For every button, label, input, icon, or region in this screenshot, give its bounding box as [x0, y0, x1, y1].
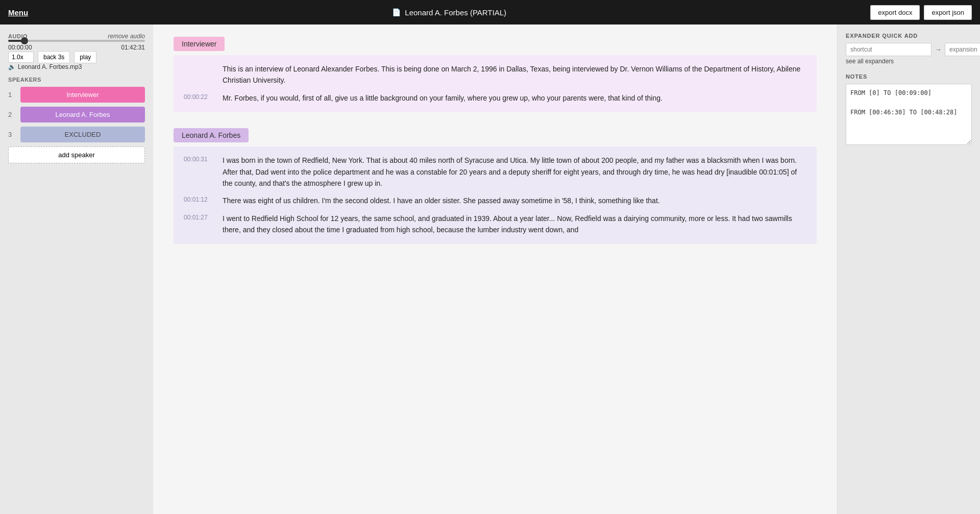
- transcript-segment-2-3: 00:01:27 I went to Redfield High School …: [184, 213, 806, 236]
- audio-section: AUDIO remove audio 00:00:00 01:42:31 bac…: [8, 33, 145, 70]
- audio-controls: back 3s play: [8, 51, 145, 63]
- expander-row: → +: [846, 43, 972, 56]
- speaker-forbes-button[interactable]: Leonard A. Forbes: [20, 107, 145, 123]
- expander-section-title: EXPANDER QUICK ADD: [846, 33, 972, 39]
- timestamp-2-1: 00:00:31: [184, 155, 214, 189]
- notes-section-title: NOTES: [846, 74, 972, 80]
- shortcut-input[interactable]: [846, 43, 932, 56]
- timestamp-2-2: 00:01:12: [184, 195, 214, 206]
- transcript-segment-2-2: 00:01:12 There was eight of us children.…: [184, 195, 806, 206]
- transcript-text-1-2: Mr. Forbes, if you would, first of all, …: [223, 92, 663, 104]
- timestamp-1-1: [184, 63, 214, 86]
- export-docx-button[interactable]: export docx: [870, 5, 920, 20]
- speaker-row-1: 1 Interviewer: [8, 87, 145, 103]
- right-panel: EXPANDER QUICK ADD → + see all expanders…: [837, 25, 980, 514]
- export-json-button[interactable]: export json: [924, 5, 972, 20]
- speaker-row-3: 3 EXCLUDED: [8, 127, 145, 142]
- speed-input[interactable]: [8, 52, 34, 63]
- header-actions: export docx export json: [870, 5, 972, 20]
- speaker-excluded-button[interactable]: EXCLUDED: [20, 127, 145, 142]
- transcript-segment-2-1: 00:00:31 I was born in the town of Redfi…: [184, 155, 806, 189]
- document-title: Leonard A. Forbes (PARTIAL): [405, 8, 506, 17]
- transcript-text-2-2: There was eight of us children. I'm the …: [223, 195, 660, 206]
- speaker-number-3: 3: [8, 131, 16, 138]
- header-title: 📄 Leonard A. Forbes (PARTIAL): [28, 8, 870, 17]
- speaker-number-1: 1: [8, 91, 16, 99]
- speaker-row-2: 2 Leonard A. Forbes: [8, 107, 145, 123]
- transcript-text-1-1: This is an interview of Leonard Alexande…: [223, 63, 806, 86]
- transcript-content-2: 00:00:31 I was born in the town of Redfi…: [174, 146, 817, 243]
- speakers-section-title: SPEAKERS: [8, 77, 145, 83]
- header: Menu 📄 Leonard A. Forbes (PARTIAL) expor…: [0, 0, 980, 25]
- expansion-input[interactable]: [945, 43, 980, 56]
- left-sidebar: AUDIO remove audio 00:00:00 01:42:31 bac…: [0, 25, 153, 514]
- notes-textarea[interactable]: FROM [0] TO [00:09:00] FROM [00:46:30] T…: [846, 84, 972, 145]
- transcript-segment-1-2: 00:00:22 Mr. Forbes, if you would, first…: [184, 92, 806, 104]
- arrow-icon: →: [935, 45, 942, 54]
- audio-filename: 🔈 Leonard A. Forbes.mp3: [8, 63, 145, 70]
- transcript-panel: Interviewer This is an interview of Leon…: [153, 25, 837, 514]
- audio-total-time: 01:42:31: [121, 44, 145, 51]
- transcript-text-2-3: I went to Redfield High School for 12 ye…: [223, 213, 806, 236]
- transcript-segment-1-1: This is an interview of Leonard Alexande…: [184, 63, 806, 86]
- audio-times: 00:00:00 01:42:31: [8, 44, 145, 51]
- transcript-text-2-1: I was born in the town of Redfield, New …: [223, 155, 806, 189]
- main-layout: AUDIO remove audio 00:00:00 01:42:31 bac…: [0, 25, 980, 514]
- back-button[interactable]: back 3s: [38, 51, 70, 63]
- notes-section: NOTES FROM [0] TO [00:09:00] FROM [00:46…: [846, 74, 972, 147]
- speaker-label-interviewer: Interviewer: [174, 37, 225, 51]
- menu-button[interactable]: Menu: [8, 8, 28, 17]
- add-speaker-button[interactable]: add speaker: [8, 146, 145, 163]
- transcript-content-1: This is an interview of Leonard Alexande…: [174, 55, 817, 112]
- see-all-expanders-link[interactable]: see all expanders: [846, 58, 894, 65]
- timestamp-2-3: 00:01:27: [184, 213, 214, 236]
- play-button[interactable]: play: [74, 51, 96, 63]
- filename-text: Leonard A. Forbes.mp3: [18, 63, 82, 70]
- expander-section: EXPANDER QUICK ADD → + see all expanders: [846, 33, 972, 65]
- audio-progress-slider[interactable]: [8, 40, 145, 42]
- speakers-section: SPEAKERS 1 Interviewer 2 Leonard A. Forb…: [8, 77, 145, 163]
- transcript-block-1: Interviewer This is an interview of Leon…: [174, 37, 817, 112]
- timestamp-1-2: 00:00:22: [184, 92, 214, 104]
- speaker-interviewer-button[interactable]: Interviewer: [20, 87, 145, 103]
- audio-current-time: 00:00:00: [8, 44, 32, 51]
- speaker-number-2: 2: [8, 111, 16, 118]
- audio-slider-container: 00:00:00 01:42:31: [8, 40, 145, 51]
- document-icon: 📄: [392, 8, 401, 16]
- transcript-block-2: Leonard A. Forbes 00:00:31 I was born in…: [174, 128, 817, 243]
- speaker-icon: 🔈: [8, 63, 16, 70]
- speaker-label-forbes: Leonard A. Forbes: [174, 128, 249, 142]
